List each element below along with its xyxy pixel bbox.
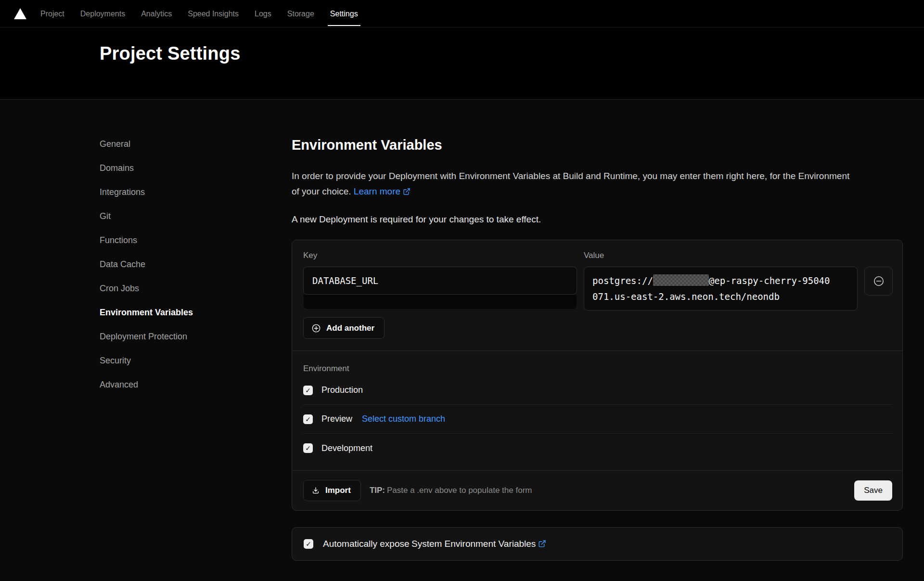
system-env-card: ✓ Automatically expose System Environmen… — [292, 527, 903, 561]
section-heading: Environment Variables — [292, 136, 903, 154]
vercel-logo[interactable] — [14, 0, 26, 27]
sidebar-item-environment-variables[interactable]: Environment Variables — [100, 300, 273, 324]
sidebar-item-security[interactable]: Security — [100, 349, 273, 373]
value-prefix: postgres:// — [592, 275, 653, 286]
settings-sidebar: General Domains Integrations Git Functio… — [100, 132, 273, 397]
system-env-prefix: Automatically expose — [323, 539, 410, 549]
system-env-link-label: System Environment Variables — [411, 539, 536, 549]
key-label: Key — [303, 250, 577, 261]
description-line-1: In order to provide your Deployment with… — [292, 168, 903, 184]
redacted-credentials-block — [653, 274, 709, 286]
page-header: Project Settings — [0, 27, 924, 100]
learn-more-label: Learn more — [354, 186, 400, 196]
sidebar-item-functions[interactable]: Functions — [100, 228, 273, 252]
development-checkbox[interactable]: ✓ — [303, 443, 313, 453]
nav-tab-project[interactable]: Project — [40, 0, 64, 27]
card-footer: Import TIP:Paste a .env above to populat… — [292, 470, 902, 510]
nav-tab-settings[interactable]: Settings — [330, 0, 358, 27]
key-input[interactable]: DATABASE_URL — [303, 267, 577, 295]
save-button[interactable]: Save — [854, 480, 892, 501]
environment-row-production: ✓ Production — [303, 376, 892, 405]
nav-tab-analytics[interactable]: Analytics — [141, 0, 172, 27]
value-input[interactable]: postgres://@ep-raspy-cherry-95040 071.us… — [584, 267, 858, 310]
value-line-2: 071.us-east-2.aws.neon.tech/neondb — [592, 289, 849, 305]
preview-label: Preview — [321, 414, 352, 424]
nav-tab-deployments[interactable]: Deployments — [80, 0, 125, 27]
top-nav: Project Deployments Analytics Speed Insi… — [0, 0, 924, 27]
tip-text: TIP:Paste a .env above to populate the f… — [370, 486, 532, 495]
tip-body: Paste a .env above to populate the form — [387, 486, 532, 495]
sidebar-item-cron-jobs[interactable]: Cron Jobs — [100, 276, 273, 300]
select-custom-branch-link[interactable]: Select custom branch — [362, 414, 445, 424]
environment-variables-card: Key Value DATABASE_URL postgres://@ep-ra… — [292, 240, 903, 511]
description-line-2: of your choice. Learn more — [292, 184, 903, 199]
circle-plus-icon — [311, 323, 321, 333]
add-another-label: Add another — [326, 323, 374, 333]
tip-label: TIP: — [370, 486, 385, 495]
system-env-text: Automatically expose System Environment … — [323, 539, 546, 549]
description-line-2-text: of your choice. — [292, 186, 351, 196]
value-label: Value — [584, 250, 858, 261]
nav-tab-speed-insights[interactable]: Speed Insights — [188, 0, 239, 27]
remove-row-button[interactable] — [864, 267, 893, 296]
environment-row-preview: ✓ Preview Select custom branch — [303, 405, 892, 434]
preview-checkbox[interactable]: ✓ — [303, 414, 313, 424]
environment-section: Environment ✓ Production ✓ Preview Selec… — [292, 350, 902, 470]
section-description: In order to provide your Deployment with… — [292, 168, 903, 199]
import-button[interactable]: Import — [303, 480, 361, 501]
environment-label: Environment — [303, 363, 892, 374]
nav-tab-logs[interactable]: Logs — [255, 0, 271, 27]
add-another-button[interactable]: Add another — [303, 317, 385, 339]
learn-more-link[interactable]: Learn more — [354, 186, 411, 196]
sidebar-item-general[interactable]: General — [100, 132, 273, 156]
production-label: Production — [321, 385, 363, 395]
circle-minus-icon — [873, 275, 885, 287]
deployment-note: A new Deployment is required for your ch… — [292, 214, 903, 225]
environment-row-development: ✓ Development — [303, 434, 892, 463]
production-checkbox[interactable]: ✓ — [303, 386, 313, 395]
sidebar-item-git[interactable]: Git — [100, 204, 273, 228]
page-title: Project Settings — [100, 43, 241, 64]
value-suffix: @ep-raspy-cherry-95040 — [709, 275, 830, 286]
key-column: DATABASE_URL — [303, 267, 577, 310]
external-link-icon — [538, 540, 546, 548]
system-env-link[interactable]: System Environment Variables — [411, 539, 546, 549]
sidebar-item-deployment-protection[interactable]: Deployment Protection — [100, 324, 273, 349]
download-icon — [311, 486, 320, 495]
vercel-triangle-icon — [14, 8, 26, 19]
key-input-stack — [304, 295, 577, 309]
import-label: Import — [325, 486, 351, 495]
system-env-checkbox[interactable]: ✓ — [304, 539, 313, 549]
external-link-icon — [403, 188, 411, 195]
development-label: Development — [321, 443, 372, 453]
main-content: Environment Variables In order to provid… — [292, 136, 903, 561]
nav-tab-storage[interactable]: Storage — [287, 0, 314, 27]
sidebar-item-integrations[interactable]: Integrations — [100, 180, 273, 204]
value-line-1: postgres://@ep-raspy-cherry-95040 — [592, 273, 849, 289]
sidebar-item-advanced[interactable]: Advanced — [100, 373, 273, 397]
sidebar-item-data-cache[interactable]: Data Cache — [100, 252, 273, 276]
sidebar-item-domains[interactable]: Domains — [100, 156, 273, 180]
